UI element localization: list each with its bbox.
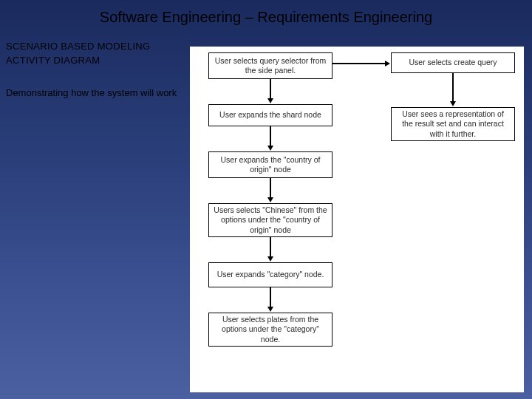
arrow-line [270,287,271,307]
sidebar: SCENARIO BASED MODELING ACTIVITY DIAGRAM… [6,41,191,100]
node-expand-category: User expands "category" node. [208,262,332,287]
page-title: Software Engineering – Requirements Engi… [0,0,532,32]
arrow-head-icon [267,197,273,202]
arrow-line [270,126,271,146]
arrow-head-icon [450,101,456,106]
arrow-line [270,237,271,257]
sidebar-heading-2: ACTIVITY DIAGRAM [6,55,191,66]
arrow-line [332,63,386,64]
arrow-head-icon [385,61,390,66]
node-select-query-selector: User selects query selector from the sid… [208,52,332,79]
arrow-head-icon [267,146,273,151]
node-result-set: User sees a representation of the result… [391,107,515,141]
node-expand-shard: User expands the shard node [208,104,332,126]
node-select-chinese: Users selects "Chinese" from the options… [208,203,332,237]
sidebar-heading-1: SCENARIO BASED MODELING [6,41,191,52]
sidebar-description: Demonstrating how the system will work [6,86,191,100]
arrow-line [270,178,271,198]
arrow-line [270,79,271,99]
arrow-head-icon [267,98,273,103]
activity-diagram: User selects query selector from the sid… [190,47,524,392]
node-select-plates: User selects plates from the options und… [208,313,332,347]
node-create-query: User selects create query [391,52,515,73]
arrow-head-icon [267,256,273,262]
arrow-head-icon [267,307,273,312]
node-expand-country: User expands the "country of origin" nod… [208,151,332,178]
arrow-line [452,73,454,102]
